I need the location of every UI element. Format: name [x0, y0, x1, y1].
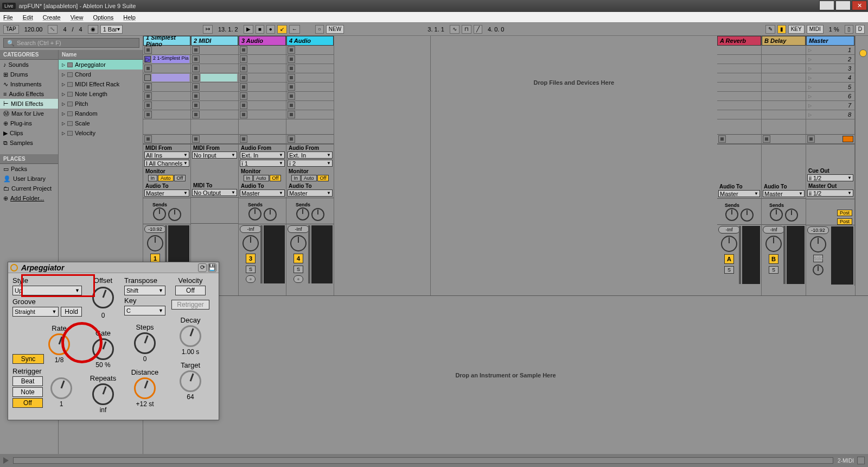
clip-slot[interactable] [239, 83, 286, 92]
menu-file[interactable]: File [3, 14, 13, 21]
clip-slot[interactable] [239, 73, 286, 83]
clip-slot[interactable] [191, 110, 238, 119]
track-header[interactable]: A Reverb [717, 36, 761, 46]
pan-knob[interactable] [765, 236, 782, 252]
send-knob-a[interactable] [296, 207, 309, 220]
clip-stop-icon[interactable] [240, 46, 247, 54]
maximize-button[interactable]: □ [835, 1, 851, 10]
retrigger-rate-knob[interactable] [50, 377, 72, 399]
monitor-in[interactable]: In [148, 175, 158, 181]
track-header[interactable]: 4 Audio [286, 36, 334, 46]
io-channel-select[interactable]: ï 1▼ [240, 160, 285, 167]
stop-all-icon[interactable] [192, 135, 200, 143]
send-knob-b[interactable] [785, 209, 798, 222]
clip-stop-icon[interactable] [144, 92, 152, 100]
key-button[interactable]: KEY [788, 25, 805, 34]
browser-item[interactable]: ▷Random [59, 109, 143, 118]
loop-icon[interactable]: ⊓ [462, 25, 471, 34]
stop-all-slot[interactable] [806, 135, 854, 144]
clip-slot[interactable] [717, 92, 761, 101]
send-knob-a[interactable] [153, 207, 166, 220]
clip-slot[interactable] [286, 64, 334, 73]
clip-slot[interactable] [286, 110, 334, 119]
db-display[interactable]: -Inf [763, 226, 784, 234]
track-header[interactable]: 1 Simplest Piano [143, 36, 190, 46]
velocity-off[interactable]: Off [175, 286, 206, 295]
send-knob-b[interactable] [741, 209, 754, 222]
punch-in-icon[interactable]: ∿ [450, 25, 459, 34]
clip-slot[interactable] [239, 46, 286, 55]
menu-edit[interactable]: Edit [23, 14, 33, 21]
db-display[interactable]: -Inf [240, 225, 261, 233]
clip-stop-icon[interactable] [288, 65, 295, 72]
send-knob-a[interactable] [770, 208, 783, 221]
clip-stop-icon[interactable] [240, 55, 247, 63]
clip-stop-icon[interactable] [240, 102, 247, 109]
clip-stop-icon[interactable] [192, 111, 200, 118]
solo-button[interactable]: S [293, 266, 303, 273]
clip-stop-icon[interactable] [144, 111, 152, 118]
target-knob[interactable] [180, 370, 201, 392]
io-from-select[interactable]: All Ins▼ [144, 152, 189, 159]
solo-button[interactable]: Solo [813, 255, 823, 262]
clip-stop-icon[interactable] [192, 55, 200, 63]
category-item[interactable]: ⊞Drums [0, 70, 58, 79]
decay-knob[interactable] [180, 325, 201, 347]
send-knob-b[interactable] [168, 208, 181, 221]
scene-slot[interactable]: ▷5 [806, 83, 854, 92]
clip-slot[interactable] [191, 83, 238, 92]
menu-help[interactable]: Help [123, 14, 136, 21]
menu-view[interactable]: View [71, 14, 84, 21]
io-from-select[interactable]: No Input▼ [192, 152, 237, 159]
master-meter[interactable] [831, 226, 853, 285]
clip-slot[interactable] [191, 55, 238, 64]
key-select[interactable]: C▼ [124, 306, 165, 315]
clip-stop-icon[interactable] [192, 46, 200, 54]
groove-select[interactable]: Straight▼ [12, 307, 59, 317]
track-status-slot[interactable] [286, 135, 334, 144]
scene-slot[interactable]: ▷7 [806, 101, 854, 110]
clip-stop-icon[interactable] [192, 83, 200, 91]
volume-slider[interactable] [739, 226, 741, 284]
db-display[interactable]: -Inf [288, 225, 309, 233]
place-item[interactable]: 👤User Library [0, 174, 58, 184]
arm-button[interactable]: ● [293, 275, 303, 283]
io-from-select[interactable]: Ext. In▼ [288, 152, 333, 159]
clip-stop-icon[interactable] [144, 102, 152, 109]
retrigger-note[interactable]: Note [12, 387, 43, 397]
clip-slot[interactable] [762, 83, 806, 92]
clip-slot[interactable] [143, 101, 190, 110]
metronome-toggle[interactable]: ◉ [88, 25, 98, 34]
device-power-icon[interactable] [10, 264, 18, 272]
track-status-slot[interactable] [143, 135, 190, 144]
scene-slot[interactable]: ▷2 [806, 55, 854, 64]
clip-slot[interactable] [191, 101, 238, 110]
sync-button[interactable]: Sync [12, 354, 44, 364]
clip-slot[interactable] [286, 73, 334, 83]
clip-slot[interactable] [717, 110, 761, 119]
monitor-auto[interactable]: Auto [253, 175, 269, 181]
clip-slot[interactable] [143, 83, 190, 92]
hot-swap-icon[interactable]: ⟳ [198, 263, 207, 272]
master-header[interactable]: Master [806, 36, 854, 46]
steps-knob[interactable] [134, 332, 156, 354]
offset-knob[interactable] [92, 287, 114, 308]
overdub-button[interactable]: ↙ [277, 25, 287, 34]
track-header[interactable]: 3 Audio [239, 36, 286, 46]
track-status-slot[interactable] [762, 135, 806, 144]
category-item[interactable]: ⊢MIDI Effects [0, 99, 58, 109]
clip-stop-icon[interactable] [288, 74, 295, 81]
clip-slot[interactable] [762, 101, 806, 110]
track-activator[interactable]: 3 [246, 254, 256, 263]
volume-meter[interactable] [311, 225, 333, 283]
pan-knob[interactable] [242, 235, 259, 251]
repeats-knob[interactable] [92, 383, 114, 405]
clip-slot[interactable] [762, 46, 806, 55]
post-button-a[interactable]: Post [837, 210, 852, 216]
follow-button[interactable]: ↦ [203, 25, 213, 34]
clip-slot[interactable] [717, 55, 761, 64]
place-item[interactable]: 🗀Current Project [0, 184, 58, 193]
clip-stop-icon[interactable] [288, 111, 295, 118]
clip-stop-icon[interactable] [192, 74, 200, 81]
clip-slot[interactable] [286, 55, 334, 64]
